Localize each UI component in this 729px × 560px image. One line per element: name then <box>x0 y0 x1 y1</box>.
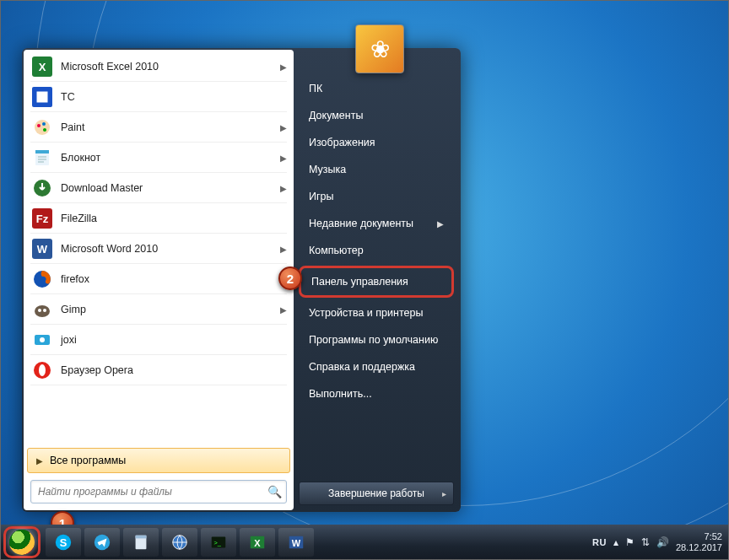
right-menu-run[interactable]: Выполнить... <box>299 380 454 407</box>
word-icon: W <box>30 237 54 261</box>
program-item-notepad[interactable]: Блокнот ▶ <box>25 143 292 173</box>
submenu-arrow-icon: ▶ <box>437 219 444 229</box>
search-input[interactable] <box>31 486 262 498</box>
program-item-paint[interactable]: Paint ▶ <box>25 112 292 143</box>
program-label: joxi <box>61 334 77 346</box>
start-menu-right: ПКДокументыИзображенияМузыкаИгрыНедавние… <box>294 50 459 510</box>
chevron-right-icon[interactable]: ▸ <box>442 489 446 498</box>
excel-icon: X <box>30 55 54 78</box>
submenu-arrow-icon: ▶ <box>280 123 287 132</box>
right-menu-label: Панель управления <box>311 276 408 288</box>
shutdown-button[interactable]: Завершение работы ▸ <box>299 482 454 505</box>
right-menu-computer[interactable]: Компьютер <box>299 237 454 264</box>
start-menu: ❀ X Microsoft Excel 2010 ▶ TC Paint ▶ Бл… <box>22 48 461 512</box>
right-menu-cp[interactable]: Панель управления <box>299 266 454 298</box>
right-menu-recent[interactable]: Недавние документы▶ <box>299 210 454 237</box>
right-menu-docs[interactable]: Документы <box>299 102 454 129</box>
search-icon[interactable]: 🔍 <box>262 485 286 498</box>
right-menu-defaults[interactable]: Программы по умолчанию <box>299 326 454 353</box>
paint-icon <box>30 116 54 139</box>
tray-clock[interactable]: 7:52 28.12.2017 <box>676 531 722 552</box>
svg-text:W: W <box>37 243 48 256</box>
svg-text:S: S <box>60 536 68 549</box>
program-item-joxi[interactable]: joxi <box>25 325 292 355</box>
program-label: Microsoft Word 2010 <box>61 243 158 255</box>
gimp-icon <box>30 298 54 321</box>
program-item-tc[interactable]: TC <box>25 82 292 112</box>
program-item-gimp[interactable]: Gimp ▶ <box>25 294 292 325</box>
right-menu-label: Программы по умолчанию <box>309 334 438 346</box>
joxi-icon <box>30 328 54 352</box>
tc-icon <box>30 85 54 109</box>
right-menu-label: Устройства и принтеры <box>309 307 423 319</box>
svg-point-24 <box>40 337 45 342</box>
svg-point-5 <box>35 120 50 135</box>
program-label: TC <box>61 91 75 103</box>
program-item-word[interactable]: W Microsoft Word 2010 ▶ <box>25 234 292 264</box>
user-avatar[interactable]: ❀ <box>355 24 404 73</box>
program-item-opera[interactable]: Браузер Opera <box>25 355 292 385</box>
program-label: Download Master <box>61 182 143 194</box>
svg-point-22 <box>43 309 46 312</box>
system-tray: RU ▴ ⚑ ⇅ 🔊 7:52 28.12.2017 <box>592 531 726 552</box>
svg-text:X: X <box>39 61 46 73</box>
right-menu-music[interactable]: Музыка <box>299 156 454 183</box>
tray-chevron-up-icon[interactable]: ▴ <box>613 536 618 548</box>
submenu-arrow-icon: ▶ <box>280 305 287 315</box>
right-menu-label: Справка и поддержка <box>309 361 415 373</box>
program-item-dm[interactable]: Download Master ▶ <box>25 173 292 203</box>
right-menu-label: Изображения <box>309 137 375 148</box>
svg-rect-31 <box>136 536 147 539</box>
all-programs-button[interactable]: ▶ Все программы <box>27 448 290 473</box>
svg-point-8 <box>43 128 46 132</box>
right-menu-games[interactable]: Игры <box>299 183 454 210</box>
taskbar-app-browser[interactable] <box>162 528 197 557</box>
submenu-arrow-icon: ▶ <box>280 184 287 193</box>
program-item-ff[interactable]: firefox <box>25 264 292 294</box>
taskbar-app-excel[interactable]: X <box>240 528 275 557</box>
program-label: firefox <box>61 273 89 285</box>
tray-network-icon[interactable]: ⇅ <box>641 536 650 548</box>
right-menu-help[interactable]: Справка и поддержка <box>299 353 454 380</box>
right-menu-pc[interactable]: ПК <box>299 75 454 102</box>
tray-flag-icon[interactable]: ⚑ <box>625 536 634 548</box>
program-item-excel[interactable]: X Microsoft Excel 2010 ▶ <box>25 51 292 82</box>
all-programs-label: Все программы <box>50 455 126 466</box>
program-label: FileZilla <box>61 213 97 224</box>
taskbar-app-notepad[interactable] <box>123 528 159 557</box>
opera-icon <box>30 358 54 382</box>
svg-rect-3 <box>36 91 48 103</box>
taskbar-app-word[interactable]: W <box>278 528 314 557</box>
svg-text:>_: >_ <box>214 539 222 547</box>
right-menu-label: ПК <box>309 83 322 94</box>
right-menu-pics[interactable]: Изображения <box>299 129 454 156</box>
program-item-fz[interactable]: Fz FileZilla <box>25 203 292 234</box>
taskbar-app-terminal[interactable]: >_ <box>201 528 236 557</box>
program-label: Paint <box>61 121 85 133</box>
tray-time: 7:52 <box>676 531 722 542</box>
taskbar-app-skype[interactable]: S <box>46 528 81 557</box>
notepad-icon <box>30 146 54 170</box>
svg-point-6 <box>37 124 40 127</box>
start-menu-left: X Microsoft Excel 2010 ▶ TC Paint ▶ Блок… <box>24 50 294 510</box>
search-box[interactable]: 🔍 <box>30 480 287 503</box>
annotation-badge-2: 2 <box>278 267 302 290</box>
submenu-arrow-icon: ▶ <box>280 153 287 163</box>
tray-volume-icon[interactable]: 🔊 <box>656 536 669 548</box>
right-menu-devices[interactable]: Устройства и принтеры <box>299 299 454 326</box>
svg-point-7 <box>42 122 46 126</box>
right-menu-label: Музыка <box>309 164 346 175</box>
windows-orb-icon <box>9 530 35 555</box>
program-label: Блокнот <box>61 152 100 164</box>
right-menu-label: Недавние документы <box>309 218 413 229</box>
submenu-arrow-icon: ▶ <box>280 245 287 254</box>
program-list: X Microsoft Excel 2010 ▶ TC Paint ▶ Блок… <box>25 51 292 446</box>
shutdown-label: Завершение работы <box>328 487 424 499</box>
taskbar-app-telegram[interactable] <box>84 528 120 557</box>
svg-text:X: X <box>254 538 261 548</box>
right-menu-label: Игры <box>309 191 333 202</box>
svg-point-26 <box>39 364 46 376</box>
right-menu-label: Документы <box>309 110 363 121</box>
start-button[interactable] <box>3 526 40 558</box>
language-indicator[interactable]: RU <box>592 537 607 547</box>
